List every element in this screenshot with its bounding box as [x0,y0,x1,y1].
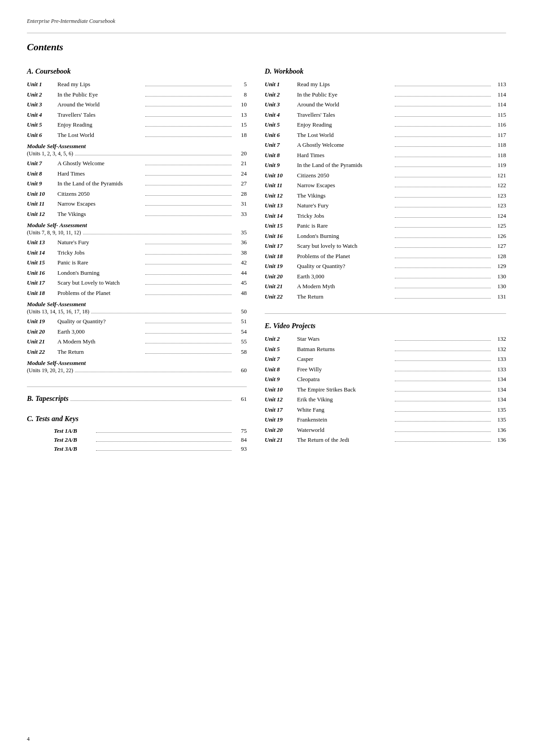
toc-entry: Unit 10Citizens 2050121 [265,171,506,180]
toc-entry: Unit 2In the Public Eye8 [27,90,247,99]
unit-label: Unit 17 [27,278,57,287]
toc-entry: Unit 14Tricky Jobs124 [265,211,506,220]
entry-title: London's Burning [297,232,393,241]
section-b-entry: B. Tapescripts 61 [27,393,247,404]
unit-label: Unit 14 [27,248,57,257]
entry-title: Batman Returns [297,345,393,354]
section-a-entries1: Unit 1Read my Lips5Unit 2In the Public E… [27,80,247,139]
page-number: 130 [493,272,506,281]
unit-label: Unit 19 [265,415,297,424]
toc-entry: Unit 12Erik the Viking134 [265,395,506,404]
toc-entry: Unit 4Travellers' Tales13 [27,110,247,119]
page-number: 38 [233,248,247,257]
entry-title: Tricky Jobs [297,211,393,220]
right-column: D. Workbook Unit 1Read my Lips113Unit 2I… [265,66,506,454]
contents-heading: Contents [27,41,506,53]
dot-leader [145,195,232,196]
entry-title: Earth 3,000 [297,272,393,281]
entry-title: A Modern Myth [57,337,144,346]
section-a-entries2: Unit 7A Ghostly Welcome21Unit 8Hard Time… [27,159,247,218]
section-d-heading: D. Workbook [265,67,506,75]
dot-leader [395,360,491,361]
toc-entry: Unit 3Around the World114 [265,100,506,109]
dot-leader [395,351,491,351]
dot-leader [395,421,491,422]
entry-title: In the Land of the Pyramids [297,161,393,170]
page-number: 132 [493,345,506,354]
toc-entry: Unit 21A Modern Myth130 [265,282,506,291]
dot-leader [145,323,232,323]
page-number: 123 [493,201,506,210]
section-e-entries: Unit 2Star Wars132Unit 5Batman Returns13… [265,334,506,444]
toc-entry: Unit 3Around the World10 [27,100,247,109]
entry-title: The Lost World [297,131,393,140]
unit-label: Unit 18 [265,252,297,261]
module1-sub: (Units 1, 2, 3, 4, 5, 6) 20 [27,150,247,157]
page-number: 123 [493,191,506,200]
dot-leader [395,258,491,258]
page-number: 114 [493,100,506,109]
dot-leader [96,432,232,433]
page-number: 4 [27,736,30,743]
dot-leader [395,441,491,442]
unit-label: Unit 10 [27,189,57,198]
page-number: 51 [233,317,247,326]
dot-leader [145,175,232,176]
toc-entry: Unit 17Scary but lovely to Watch127 [265,242,506,251]
dot-leader [395,391,491,391]
entry-title: Narrow Escapes [57,199,144,208]
unit-label: Unit 4 [27,110,57,119]
unit-label: Unit 9 [27,179,57,188]
unit-label: Unit 5 [265,120,297,129]
dot-leader [395,298,491,299]
test-page: 75 [233,427,247,435]
dot-leader [145,126,232,127]
toc-entry: Unit 21The Return of the Jedi136 [265,435,506,444]
dot-leader [145,86,232,86]
unit-label: Unit 5 [27,120,57,129]
toc-entry: Unit 5Enjoy Reading116 [265,120,506,129]
entry-title: Hard Times [297,151,393,160]
toc-entry: Unit 11Narrow Escapes31 [27,199,247,208]
toc-entry: Unit 13Nature's Fury36 [27,238,247,247]
toc-entry: Unit 16London's Burning126 [265,232,506,241]
toc-entry: Unit 4Travellers' Tales115 [265,110,506,119]
dot-leader [395,227,491,228]
entry-title: Scary but lovely to Watch [297,242,393,251]
dot-leader [145,215,232,216]
dot-leader [395,136,491,137]
toc-entry: Unit 20Earth 3,000130 [265,272,506,281]
page-number: 118 [493,141,506,149]
unit-label: Unit 7 [265,141,297,149]
dot-leader [395,96,491,97]
page-number: 15 [233,120,247,129]
entry-title: The Return [297,292,393,301]
module2-sub: (Units 7, 8, 9, 10, 11, 12) 35 [27,229,247,236]
unit-label: Unit 10 [265,385,297,394]
entry-title: Enjoy Reading [57,120,144,129]
toc-entry: Unit 8Free Willy133 [265,365,506,374]
dot-leader [145,185,232,185]
module4-title: Module Self-Assessment [27,360,247,367]
toc-entry: Unit 19Frankenstein135 [265,415,506,424]
dot-leader [395,177,491,177]
section-b-heading: B. Tapescripts [27,393,69,404]
dot-leader [395,411,491,412]
page-number: 58 [233,347,247,356]
unit-label: Unit 20 [265,272,297,281]
dot-leader [395,340,491,341]
page-number: 129 [493,262,506,271]
dot-leader [145,343,232,343]
unit-label: Unit 21 [27,337,57,346]
toc-entry: Unit 19Quality or Quantity?129 [265,262,506,271]
unit-label: Unit 1 [265,80,297,89]
entry-title: Enjoy Reading [297,120,393,129]
entry-title: Erik the Viking [297,395,393,404]
entry-title: Panic is Rare [297,221,393,230]
toc-entry: Unit 21A Modern Myth55 [27,337,247,346]
dot-leader [395,106,491,106]
entry-title: Tricky Jobs [57,248,144,257]
page-number: 21 [233,159,247,168]
test-entry: Test 1A/B75 [27,427,247,435]
dot-leader [395,288,491,288]
